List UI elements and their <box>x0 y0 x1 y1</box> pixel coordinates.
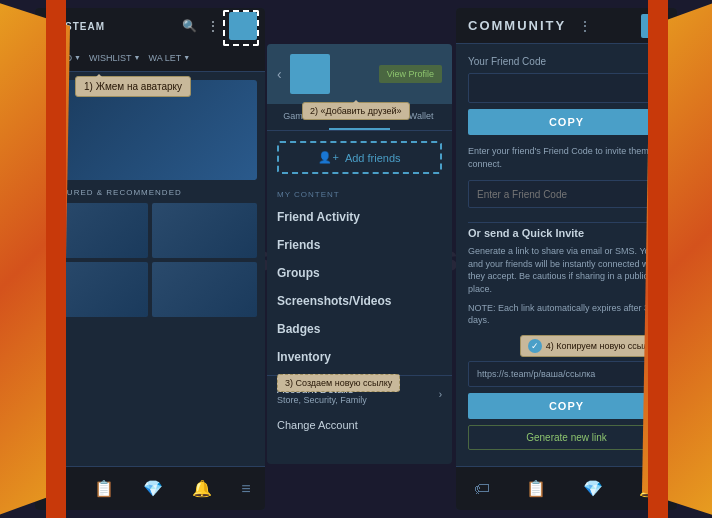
steam-client-panel: STEAM 🔍 ⋮ 1) Жмем на аватарку МЕНЮ ▼ WIS… <box>35 8 265 510</box>
profile-avatar <box>290 54 330 94</box>
community-header: COMMUNITY ⋮ <box>456 8 677 44</box>
enter-friend-code-input[interactable] <box>468 180 665 208</box>
bottom-nav-library[interactable]: 📋 <box>94 479 114 498</box>
profile-header: ‹ View Profile <box>267 44 452 104</box>
view-profile-button[interactable]: View Profile <box>379 65 442 83</box>
steam-bottom-nav: 🏷 📋 💎 🔔 ≡ <box>35 466 265 510</box>
back-button[interactable]: ‹ <box>277 66 282 82</box>
friend-code-label: Your Friend Code <box>468 56 665 67</box>
quick-invite-description: Generate a link to share via email or SM… <box>468 245 665 295</box>
gift-ribbon-right <box>648 0 668 518</box>
steam-content: FEATURED & RECOMMENDED <box>35 72 265 325</box>
profile-panel: ‹ View Profile 2) «Добавить друзей» Game… <box>267 44 452 464</box>
nav-wallet[interactable]: WA LET ▼ <box>148 53 190 63</box>
tooltip-step4: ✓ 4) Копируем новую ссылку <box>520 335 665 357</box>
community-title: COMMUNITY <box>468 18 566 33</box>
tooltip-step1: 1) Жмем на аватарку <box>75 76 191 97</box>
main-container: STEAM 🔍 ⋮ 1) Жмем на аватарку МЕНЮ ▼ WIS… <box>35 8 677 510</box>
quick-invite-title: Or send a Quick Invite <box>468 227 665 239</box>
copy-invite-link-button[interactable]: COPY <box>468 393 665 419</box>
menu-badges[interactable]: Badges <box>267 315 452 343</box>
steam-titlebar-icons: 🔍 ⋮ <box>181 12 257 40</box>
menu-groups[interactable]: Groups <box>267 259 452 287</box>
featured-grid <box>43 203 257 317</box>
bottom-nav-points[interactable]: 💎 <box>143 479 163 498</box>
tooltip-step2: 2) «Добавить друзей» <box>302 102 410 120</box>
step4-area: ✓ 4) Копируем новую ссылку <box>468 335 665 361</box>
menu-screenshots[interactable]: Screenshots/Videos <box>267 287 452 315</box>
divider-1 <box>468 222 665 223</box>
featured-item-4[interactable] <box>152 262 257 317</box>
generate-new-link-button[interactable]: Generate new link <box>468 425 665 450</box>
my-content-label: MY CONTENT <box>267 184 452 203</box>
account-arrow-icon: › <box>439 389 442 400</box>
featured-item-2[interactable] <box>152 203 257 258</box>
nav-wishlist[interactable]: WISHLIST ▼ <box>89 53 140 63</box>
tooltip-step3: 3) Создаем новую ссылку <box>277 374 400 392</box>
more-icon[interactable]: ⋮ <box>205 18 221 34</box>
avatar-button[interactable] <box>229 12 257 40</box>
add-friends-button[interactable]: 👤+ Add friends <box>277 141 442 174</box>
friend-code-input[interactable] <box>468 73 665 103</box>
quick-invite-note: NOTE: Each link automatically expires af… <box>468 302 665 327</box>
community-more-icon[interactable]: ⋮ <box>578 18 592 34</box>
community-bottom-points[interactable]: 💎 <box>583 479 603 498</box>
account-details-sub: Store, Security, Family <box>277 395 367 405</box>
menu-friend-activity[interactable]: Friend Activity <box>267 203 452 231</box>
steam-logo-text: STEAM <box>65 21 105 32</box>
search-icon[interactable]: 🔍 <box>181 18 197 34</box>
check-icon: ✓ <box>528 339 542 353</box>
menu-change-account[interactable]: Change Account <box>267 412 452 438</box>
bottom-nav-notifications[interactable]: 🔔 <box>192 479 212 498</box>
gift-ribbon-left <box>46 0 66 518</box>
menu-inventory[interactable]: Inventory <box>267 343 452 371</box>
bottom-nav-menu[interactable]: ≡ <box>241 480 250 498</box>
invite-link-input[interactable] <box>468 361 665 387</box>
copy-friend-code-button[interactable]: COPY <box>468 109 665 135</box>
add-friends-icon: 👤+ <box>318 151 338 164</box>
community-bottom-library[interactable]: 📋 <box>526 479 546 498</box>
community-bottom-store[interactable]: 🏷 <box>474 480 490 498</box>
featured-label: FEATURED & RECOMMENDED <box>43 188 257 197</box>
friend-code-description: Enter your friend's Friend Code to invit… <box>468 145 665 170</box>
menu-friends[interactable]: Friends <box>267 231 452 259</box>
avatar-highlight <box>223 10 259 46</box>
